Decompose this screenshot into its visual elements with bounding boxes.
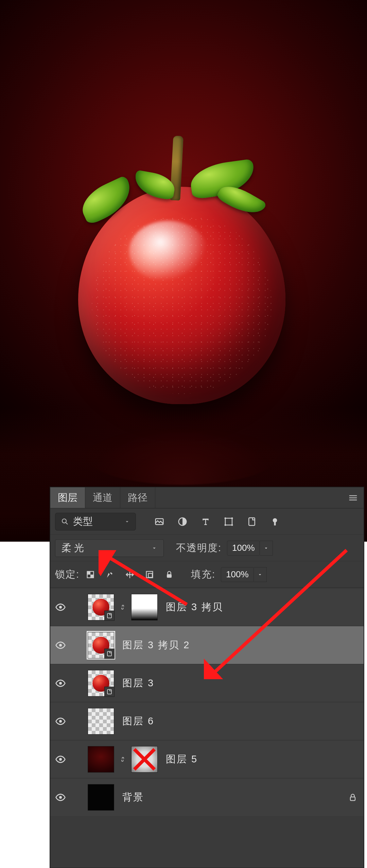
fill-value-input[interactable]: 100% (221, 567, 254, 582)
lock-artboard-icon[interactable] (144, 569, 155, 580)
fill-label: 填充: (191, 568, 215, 581)
smartobject-badge-icon (104, 649, 115, 659)
svg-point-0 (62, 519, 66, 523)
apple-reflection (87, 429, 277, 485)
layers-list: 图层 3 拷贝 图层 3 拷贝 2 图层 3 (50, 588, 364, 816)
layer-name[interactable]: 图层 5 (166, 753, 198, 766)
svg-point-5 (231, 517, 233, 519)
tab-paths[interactable]: 路径 (120, 487, 155, 508)
visibility-toggle[interactable] (53, 676, 68, 691)
lock-fill-row: 锁定: 填充: 100% (50, 561, 364, 588)
svg-rect-12 (87, 571, 90, 574)
leaf (133, 170, 177, 200)
layer-name[interactable]: 图层 3 (122, 676, 154, 690)
layer-filter-row: 类型 (50, 508, 364, 535)
svg-rect-26 (350, 797, 355, 800)
smartobject-badge-icon (104, 611, 115, 621)
visibility-toggle[interactable] (53, 600, 68, 615)
fill-dropdown-button[interactable] (254, 567, 267, 582)
artboard-icon[interactable] (269, 516, 281, 527)
lock-position-icon[interactable] (124, 569, 135, 580)
chevron-down-icon (151, 542, 157, 554)
layer-lock-icon[interactable] (346, 791, 360, 804)
panel-menu-button[interactable] (343, 487, 364, 508)
blend-mode-value: 柔光 (62, 541, 87, 555)
svg-point-21 (59, 682, 62, 685)
type-layer-icon[interactable] (200, 516, 211, 527)
visibility-toggle[interactable] (53, 714, 68, 729)
lock-pixels-icon[interactable] (105, 569, 116, 580)
lock-transparency-icon[interactable] (85, 569, 96, 580)
svg-point-23 (59, 720, 62, 723)
search-icon (61, 518, 69, 526)
layer-mask-link-icon[interactable] (119, 600, 126, 614)
chevron-down-icon (124, 516, 130, 527)
lock-all-icon[interactable] (164, 569, 175, 580)
svg-point-6 (225, 524, 226, 526)
svg-rect-8 (249, 518, 255, 525)
svg-point-17 (59, 606, 62, 609)
svg-rect-14 (146, 571, 153, 578)
adjustment-layer-icon[interactable] (177, 516, 188, 527)
svg-rect-10 (274, 522, 276, 525)
tab-channels[interactable]: 通道 (85, 487, 120, 508)
opacity-value-input[interactable]: 100% (227, 541, 260, 556)
opacity-label: 不透明度: (176, 541, 222, 555)
svg-point-7 (231, 524, 233, 526)
layer-row[interactable]: 图层 3 拷贝 2 (50, 626, 364, 664)
layer-filter-type-label: 类型 (73, 515, 93, 528)
svg-point-9 (273, 518, 277, 523)
svg-point-4 (225, 517, 226, 519)
visibility-toggle[interactable] (53, 638, 68, 653)
visibility-toggle[interactable] (53, 752, 68, 767)
lock-label: 锁定: (55, 568, 80, 581)
layer-name[interactable]: 图层 3 拷贝 (166, 600, 223, 614)
opacity-dropdown-button[interactable] (260, 541, 273, 556)
menu-icon (348, 493, 358, 503)
layer-thumbnail[interactable] (88, 632, 114, 658)
smartobject-layer-icon[interactable] (246, 516, 258, 527)
svg-rect-13 (90, 575, 93, 578)
layer-mask-thumbnail-disabled[interactable] (131, 746, 158, 773)
layer-filter-icons (154, 516, 281, 527)
blend-mode-dropdown[interactable]: 柔光 (55, 539, 164, 557)
visibility-toggle[interactable] (53, 790, 68, 805)
svg-point-25 (59, 796, 62, 799)
svg-rect-16 (167, 574, 172, 578)
apple-artwork (78, 187, 285, 404)
blend-opacity-row: 柔光 不透明度: 100% (50, 535, 364, 561)
pixel-layer-icon[interactable] (154, 516, 165, 527)
layer-thumbnail[interactable] (88, 708, 114, 735)
layer-row[interactable]: 图层 3 拷贝 (50, 588, 364, 626)
layer-mask-link-icon[interactable] (119, 753, 126, 766)
layers-panel: 图层 通道 路径 类型 柔光 不透明度: (50, 487, 364, 868)
layer-row[interactable]: 图层 5 (50, 740, 364, 778)
layer-name[interactable]: 图层 3 拷贝 2 (122, 638, 190, 652)
document-canvas (0, 0, 367, 542)
svg-rect-15 (148, 573, 153, 577)
layer-mask-thumbnail[interactable] (131, 594, 158, 620)
layer-thumbnail[interactable] (88, 784, 114, 811)
svg-point-24 (59, 758, 62, 761)
layer-thumbnail[interactable] (88, 594, 114, 620)
lock-icons (85, 569, 175, 580)
layer-row[interactable]: 背景 (50, 778, 364, 816)
panel-tabs: 图层 通道 路径 (50, 487, 364, 508)
shape-layer-icon[interactable] (223, 516, 234, 527)
layer-thumbnail[interactable] (88, 670, 114, 697)
layer-row[interactable]: 图层 3 (50, 664, 364, 702)
layer-name[interactable]: 背景 (122, 791, 144, 804)
layer-filter-type-dropdown[interactable]: 类型 (55, 513, 136, 530)
layer-name[interactable]: 图层 6 (122, 715, 154, 728)
svg-point-19 (59, 644, 62, 647)
svg-rect-3 (225, 518, 232, 525)
layer-row[interactable]: 图层 6 (50, 702, 364, 740)
smartobject-badge-icon (104, 687, 115, 697)
tab-layers[interactable]: 图层 (50, 487, 85, 508)
layer-thumbnail[interactable] (88, 746, 114, 773)
